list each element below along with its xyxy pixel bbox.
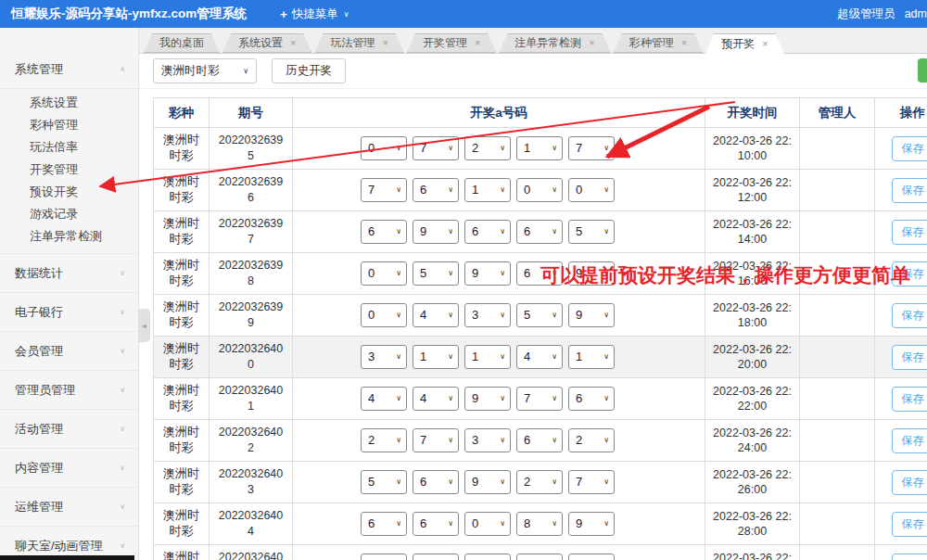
- tab-玩法管理[interactable]: 玩法管理×: [314, 33, 403, 53]
- number-select[interactable]: 1∨: [464, 345, 511, 369]
- number-select[interactable]: 6∨: [413, 512, 459, 536]
- number-select[interactable]: 3∨: [464, 428, 511, 452]
- sidebar-group-管理员管理[interactable]: 管理员管理∨: [0, 370, 138, 409]
- number-select[interactable]: 7∨: [516, 387, 563, 411]
- number-select[interactable]: 0∨: [516, 178, 563, 202]
- sidebar-item-开奖管理[interactable]: 开奖管理: [0, 159, 138, 181]
- number-select[interactable]: 9∨: [568, 261, 615, 286]
- number-select[interactable]: 9∨: [464, 387, 511, 411]
- green-action-button[interactable]: [918, 58, 927, 83]
- sidebar-item-注单异常检测[interactable]: 注单异常检测: [0, 225, 138, 248]
- number-select[interactable]: 8∨: [516, 512, 563, 536]
- close-icon[interactable]: ×: [681, 38, 687, 48]
- number-select[interactable]: 4∨: [516, 554, 563, 560]
- lottery-select[interactable]: 澳洲时时彩 ∨: [153, 58, 257, 83]
- number-select[interactable]: 6∨: [516, 220, 563, 244]
- save-button[interactable]: 保存: [892, 387, 927, 412]
- sidebar-item-预设开奖[interactable]: 预设开奖: [0, 181, 138, 203]
- tab-预开奖[interactable]: 预开奖×: [705, 33, 783, 54]
- number-select[interactable]: 7∨: [568, 136, 615, 160]
- number-select[interactable]: 7∨: [361, 178, 407, 202]
- sidebar-group-运维管理[interactable]: 运维管理∨: [0, 487, 138, 526]
- user-area[interactable]: 超级管理员 adm: [837, 6, 927, 22]
- save-button[interactable]: 保存: [892, 178, 927, 203]
- save-button[interactable]: 保存: [892, 428, 927, 453]
- number-select[interactable]: 0∨: [361, 303, 407, 327]
- number-select[interactable]: 5∨: [361, 470, 407, 494]
- number-select[interactable]: 4∨: [361, 387, 407, 411]
- number-select[interactable]: 0∨: [568, 178, 615, 202]
- number-select[interactable]: 7∨: [413, 136, 459, 160]
- number-select[interactable]: 6∨: [516, 261, 563, 286]
- number-select[interactable]: 1∨: [464, 554, 511, 560]
- sidebar-group-会员管理[interactable]: 会员管理∨: [0, 331, 138, 370]
- sidebar-group-系统管理[interactable]: 系统管理∧: [0, 50, 138, 88]
- number-select[interactable]: 0∨: [464, 512, 511, 536]
- number-select[interactable]: 6∨: [413, 470, 459, 494]
- sidebar-collapse-handle[interactable]: ◄: [138, 309, 150, 342]
- number-select[interactable]: 9∨: [464, 470, 511, 494]
- sidebar-group-数据统计[interactable]: 数据统计∨: [0, 253, 138, 292]
- tab-开奖管理[interactable]: 开奖管理×: [407, 33, 496, 53]
- save-button[interactable]: 保存: [892, 512, 927, 537]
- number-select[interactable]: 0∨: [361, 261, 407, 286]
- save-button[interactable]: 保存: [892, 345, 927, 370]
- number-select[interactable]: 2∨: [516, 470, 563, 494]
- number-select[interactable]: 2∨: [464, 136, 511, 160]
- number-select[interactable]: 6∨: [568, 387, 615, 411]
- number-select[interactable]: 4∨: [413, 387, 459, 411]
- sidebar-group-电子银行[interactable]: 电子银行∨: [0, 292, 138, 331]
- number-select[interactable]: 9∨: [413, 220, 459, 244]
- save-button[interactable]: 保存: [892, 303, 927, 328]
- number-select[interactable]: 9∨: [568, 303, 615, 327]
- quick-menu-button[interactable]: + 快捷菜单 ∨: [280, 6, 349, 22]
- sidebar-item-彩种管理[interactable]: 彩种管理: [0, 114, 138, 136]
- close-icon[interactable]: ×: [762, 39, 768, 49]
- tab-彩种管理[interactable]: 彩种管理×: [614, 33, 703, 53]
- number-select[interactable]: 1∨: [568, 345, 615, 369]
- sidebar-group-内容管理[interactable]: 内容管理∨: [0, 448, 138, 487]
- save-button[interactable]: 保存: [892, 261, 927, 286]
- number-select[interactable]: 6∨: [413, 178, 459, 202]
- number-select[interactable]: 1∨: [464, 178, 511, 202]
- number-select[interactable]: 0∨: [568, 554, 615, 560]
- save-button[interactable]: 保存: [892, 470, 927, 495]
- number-select[interactable]: 4∨: [516, 345, 563, 369]
- number-select[interactable]: 6∨: [464, 220, 511, 244]
- number-select[interactable]: 5∨: [568, 220, 615, 244]
- tab-注单异常检测[interactable]: 注单异常检测×: [499, 33, 610, 53]
- number-select[interactable]: 5∨: [516, 303, 563, 327]
- number-select[interactable]: 0∨: [361, 136, 407, 160]
- number-select[interactable]: 2∨: [413, 554, 459, 560]
- sidebar-item-玩法倍率[interactable]: 玩法倍率: [0, 136, 138, 159]
- close-icon[interactable]: ×: [290, 38, 296, 48]
- save-button[interactable]: 保存: [892, 136, 927, 161]
- number-select[interactable]: 7∨: [568, 470, 615, 494]
- history-draw-button[interactable]: 历史开奖: [272, 58, 346, 83]
- number-select[interactable]: 1∨: [516, 136, 563, 160]
- number-select[interactable]: 9∨: [464, 261, 511, 286]
- number-select[interactable]: 2∨: [568, 428, 615, 452]
- number-select[interactable]: 2∨: [361, 428, 407, 452]
- number-select[interactable]: 7∨: [413, 428, 459, 452]
- number-select[interactable]: 2∨: [361, 554, 407, 560]
- sidebar-item-游戏记录[interactable]: 游戏记录: [0, 203, 138, 225]
- tab-我的桌面[interactable]: 我的桌面: [144, 33, 220, 53]
- number-select[interactable]: 3∨: [361, 345, 407, 369]
- close-icon[interactable]: ×: [475, 38, 480, 48]
- number-select[interactable]: 6∨: [361, 512, 407, 536]
- number-select[interactable]: 1∨: [413, 345, 459, 369]
- save-button[interactable]: 保存: [892, 554, 927, 560]
- sidebar-item-系统设置[interactable]: 系统设置: [0, 92, 138, 114]
- close-icon[interactable]: ×: [382, 38, 387, 48]
- number-select[interactable]: 4∨: [413, 303, 459, 327]
- number-select[interactable]: 9∨: [568, 512, 615, 536]
- number-select[interactable]: 6∨: [516, 428, 563, 452]
- number-select[interactable]: 5∨: [413, 261, 459, 286]
- save-button[interactable]: 保存: [892, 220, 927, 245]
- number-select[interactable]: 3∨: [464, 303, 511, 327]
- number-select[interactable]: 6∨: [361, 220, 407, 244]
- tab-系统设置[interactable]: 系统设置×: [222, 33, 311, 53]
- sidebar-group-活动管理[interactable]: 活动管理∨: [0, 409, 138, 448]
- close-icon[interactable]: ×: [589, 38, 594, 48]
